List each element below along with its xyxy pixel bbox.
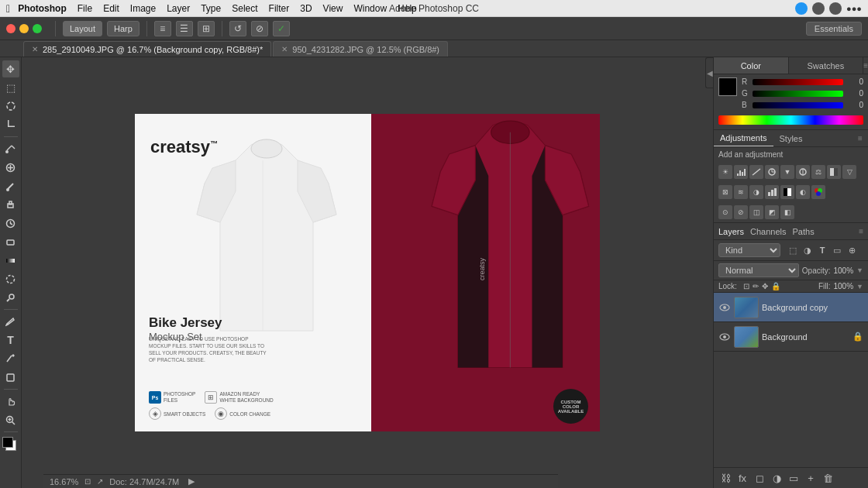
lock-move-icon[interactable]: ✥ bbox=[762, 282, 768, 290]
filter-type-icon[interactable]: T bbox=[816, 244, 828, 256]
shape-tool[interactable] bbox=[2, 369, 19, 386]
layer-mask-icon[interactable]: ◻ bbox=[753, 471, 766, 485]
heal-tool[interactable] bbox=[2, 159, 19, 176]
layer-adjustment-icon[interactable]: ◑ bbox=[770, 471, 784, 485]
harp-button[interactable]: Harp bbox=[107, 21, 140, 36]
tab-paths[interactable]: Paths bbox=[793, 227, 815, 236]
gradient-map-icon[interactable]: ◐ bbox=[796, 185, 810, 199]
filter-smart-icon[interactable]: ⊕ bbox=[846, 244, 858, 256]
layer-kind-filter[interactable]: Kind bbox=[718, 243, 780, 257]
layout-button[interactable]: Layout bbox=[63, 21, 102, 36]
menu-window[interactable]: Window bbox=[353, 3, 387, 14]
layer-item-background[interactable]: Background 🔒 bbox=[714, 322, 868, 352]
filter-pixel-icon[interactable]: ⬚ bbox=[787, 244, 799, 256]
threshold-icon[interactable] bbox=[780, 185, 794, 199]
foreground-color[interactable] bbox=[2, 437, 13, 448]
invert-icon[interactable]: ◑ bbox=[749, 185, 763, 199]
minimize-button[interactable] bbox=[19, 24, 29, 33]
color-balance-icon[interactable]: ⚖ bbox=[811, 165, 825, 179]
layer-link-icon[interactable]: ⛓ bbox=[718, 471, 732, 485]
menu-layer[interactable]: Layer bbox=[167, 3, 190, 14]
posterize-icon[interactable] bbox=[765, 185, 779, 199]
tab-channels[interactable]: Channels bbox=[750, 227, 786, 236]
bw-icon[interactable] bbox=[827, 165, 841, 179]
marquee-tool[interactable]: ⬚ bbox=[2, 79, 19, 96]
adj-extra5[interactable]: ◧ bbox=[780, 205, 794, 219]
confirm-icon[interactable]: ✓ bbox=[273, 21, 290, 36]
maximize-button[interactable] bbox=[33, 24, 42, 33]
color-swatches[interactable] bbox=[2, 437, 19, 454]
tab-swatches[interactable]: Swatches bbox=[789, 57, 864, 74]
color-lookup-icon[interactable]: ≋ bbox=[734, 185, 748, 199]
brush-tool[interactable] bbox=[2, 177, 19, 194]
adj-extra2[interactable]: ⊘ bbox=[734, 205, 748, 219]
gradient-tool[interactable] bbox=[2, 252, 19, 269]
lock-transparent-icon[interactable]: ⊡ bbox=[743, 282, 749, 290]
brightness-contrast-icon[interactable]: ☀ bbox=[718, 165, 732, 179]
eyedropper-tool[interactable] bbox=[2, 140, 19, 157]
path-tool[interactable] bbox=[2, 350, 19, 367]
hand-tool[interactable] bbox=[2, 393, 19, 410]
layer-style-icon[interactable]: fx bbox=[735, 471, 749, 485]
menu-file[interactable]: File bbox=[78, 3, 92, 14]
pen-tool[interactable] bbox=[2, 313, 19, 330]
color-panel-menu[interactable]: ≡ bbox=[863, 57, 868, 74]
align-center-icon[interactable]: ☰ bbox=[176, 21, 193, 36]
menu-image[interactable]: Image bbox=[130, 3, 156, 14]
dodge-tool[interactable] bbox=[2, 289, 19, 306]
tab-document1[interactable]: ✕ 285_2910049.JPG @ 16.7% (Background co… bbox=[23, 41, 271, 57]
channel-mixer-icon[interactable]: ⊠ bbox=[718, 185, 732, 199]
align-left-icon[interactable]: ≡ bbox=[154, 21, 171, 36]
tab1-close[interactable]: ✕ bbox=[32, 45, 38, 53]
menu-view[interactable]: View bbox=[323, 3, 343, 14]
spectrum-bar[interactable] bbox=[718, 115, 863, 125]
eraser-tool[interactable] bbox=[2, 233, 19, 250]
menu-select[interactable]: Select bbox=[232, 3, 257, 14]
panel-collapse-arrow[interactable]: ◀ bbox=[705, 57, 713, 88]
adj-extra3[interactable]: ◫ bbox=[749, 205, 763, 219]
tab-layers[interactable]: Layers bbox=[718, 227, 744, 236]
layer-delete-icon[interactable]: 🗑 bbox=[821, 471, 835, 485]
blur-tool[interactable] bbox=[2, 270, 19, 287]
opacity-arrow[interactable]: ▼ bbox=[856, 266, 863, 274]
adj-extra4[interactable]: ◩ bbox=[765, 205, 779, 219]
lasso-tool[interactable] bbox=[2, 98, 19, 115]
green-slider[interactable] bbox=[753, 91, 843, 97]
adj-panel-menu[interactable]: ≡ bbox=[852, 130, 868, 146]
levels-icon[interactable] bbox=[734, 165, 748, 179]
filter-shape-icon[interactable]: ▭ bbox=[831, 244, 843, 256]
transform-icon[interactable]: ⊘ bbox=[251, 21, 268, 36]
menu-type[interactable]: Type bbox=[201, 3, 221, 14]
vibrance-icon[interactable]: ▼ bbox=[780, 165, 794, 179]
foreground-swatch[interactable] bbox=[718, 77, 737, 96]
align-grid-icon[interactable]: ⊞ bbox=[198, 21, 215, 36]
stamp-tool[interactable] bbox=[2, 196, 19, 213]
filter-adjustment-icon[interactable]: ◑ bbox=[801, 244, 814, 256]
exposure-icon[interactable] bbox=[765, 165, 779, 179]
layer-new-icon[interactable]: + bbox=[804, 471, 818, 485]
fill-arrow[interactable]: ▼ bbox=[856, 283, 863, 290]
lock-paint-icon[interactable]: ✏ bbox=[753, 282, 759, 290]
photo-filter-icon[interactable]: ▽ bbox=[842, 165, 856, 179]
layer-visibility-toggle-1[interactable] bbox=[718, 304, 731, 311]
lock-all-icon[interactable]: 🔒 bbox=[771, 282, 780, 290]
layer-group-icon[interactable]: ▭ bbox=[787, 471, 801, 485]
menu-3d[interactable]: 3D bbox=[300, 3, 312, 14]
layer-visibility-toggle-2[interactable] bbox=[718, 333, 731, 341]
essentials-button[interactable]: Essentials bbox=[806, 22, 862, 36]
blue-slider[interactable] bbox=[753, 102, 843, 108]
type-tool[interactable]: T bbox=[2, 332, 19, 349]
curves-icon[interactable] bbox=[749, 165, 763, 179]
app-name[interactable]: Photoshop bbox=[18, 3, 67, 14]
tab2-close[interactable]: ✕ bbox=[281, 45, 288, 53]
tab-styles[interactable]: Styles bbox=[773, 130, 809, 146]
crop-tool[interactable] bbox=[2, 116, 19, 133]
zoom-tool[interactable] bbox=[2, 411, 19, 428]
close-button[interactable] bbox=[6, 24, 16, 33]
menu-edit[interactable]: Edit bbox=[103, 3, 119, 14]
red-slider[interactable] bbox=[753, 79, 843, 85]
hue-saturation-icon[interactable] bbox=[796, 165, 810, 179]
tab-adjustments[interactable]: Adjustments bbox=[714, 130, 773, 146]
blend-mode-select[interactable]: Normal Multiply Screen bbox=[718, 263, 799, 277]
selective-color-icon[interactable] bbox=[811, 185, 825, 199]
